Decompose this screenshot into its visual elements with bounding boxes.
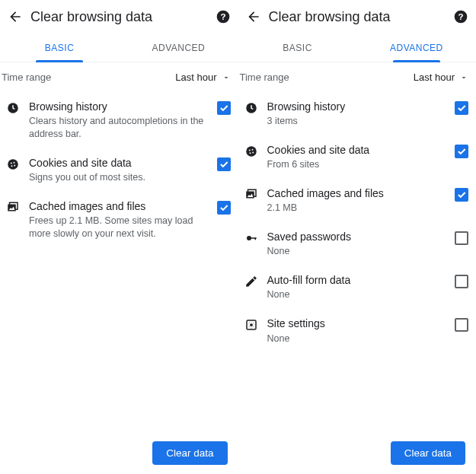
tab-basic[interactable]: BASIC	[238, 33, 357, 62]
item-subtitle: From 6 sites	[267, 158, 451, 171]
list-item: Cookies and site dataFrom 6 sites	[238, 135, 477, 179]
item-subtitle: 3 items	[267, 115, 451, 128]
cookie-icon	[2, 156, 24, 171]
time-range-value: Last hour	[175, 72, 216, 83]
item-title: Cookies and site data	[267, 143, 451, 157]
svg-point-24	[250, 323, 253, 326]
tabs: BASICADVANCED	[0, 33, 238, 62]
item-text: Cached images and filesFrees up 2.1 MB. …	[24, 199, 217, 240]
clear-data-button[interactable]: Clear data	[391, 441, 465, 465]
time-range-row: Time rangeLast hour	[238, 62, 477, 92]
item-text: Saved passwordsNone	[263, 230, 455, 258]
item-subtitle: None	[267, 332, 451, 345]
svg-text:?: ?	[220, 11, 225, 21]
svg-point-3	[8, 159, 18, 170]
checkbox[interactable]	[455, 231, 468, 245]
item-text: Auto-fill form dataNone	[263, 273, 455, 301]
header: Clear browsing data?	[0, 0, 238, 33]
checkbox[interactable]	[455, 318, 468, 332]
svg-point-14	[248, 150, 250, 151]
time-range-label: Time range	[2, 72, 175, 83]
item-text: Site settingsNone	[263, 317, 455, 345]
tab-advanced[interactable]: ADVANCED	[119, 33, 238, 62]
time-range-label: Time range	[240, 72, 414, 83]
item-title: Browsing history	[29, 100, 212, 113]
chevron-down-icon	[459, 73, 468, 82]
list-item: Browsing historyClears history and autoc…	[0, 92, 238, 148]
clock-icon	[2, 100, 24, 115]
time-range-row: Time rangeLast hour	[0, 62, 238, 92]
item-title: Browsing history	[267, 100, 451, 113]
time-range-select[interactable]: Last hour	[414, 72, 468, 83]
item-title: Auto-fill form data	[267, 273, 451, 287]
clock-icon	[240, 100, 263, 115]
help-icon[interactable]: ?	[214, 8, 232, 26]
gear-icon	[240, 317, 263, 332]
item-title: Saved passwords	[267, 230, 451, 243]
list-item: Auto-fill form dataNone	[238, 266, 477, 309]
item-text: Cached images and files2.1 MB	[263, 186, 455, 215]
item-title: Cached images and files	[29, 199, 212, 213]
page-title: Clear browsing data	[24, 9, 214, 25]
svg-point-13	[246, 146, 257, 157]
list-item: Site settingsNone	[238, 309, 477, 352]
chevron-down-icon	[222, 73, 231, 82]
checkbox[interactable]	[217, 101, 231, 115]
svg-point-20	[247, 236, 251, 240]
item-title: Cookies and site data	[29, 156, 212, 170]
checkbox[interactable]	[217, 201, 231, 215]
svg-point-4	[11, 162, 12, 164]
clear-data-button[interactable]: Clear data	[152, 441, 227, 465]
list-item: Cookies and site dataSigns you out of mo…	[0, 148, 238, 192]
pane: Clear browsing data?BASICADVANCEDTime ra…	[238, 0, 477, 474]
item-subtitle: Clears history and autocompletions in th…	[29, 115, 212, 141]
footer: Clear data	[152, 441, 227, 465]
time-range-value: Last hour	[414, 72, 455, 83]
item-title: Cached images and files	[267, 186, 451, 200]
cookie-icon	[240, 143, 263, 158]
key-icon	[240, 230, 263, 245]
pane: Clear browsing data?BASICADVANCEDTime ra…	[0, 0, 238, 474]
image-icon	[240, 186, 263, 202]
time-range-select[interactable]: Last hour	[175, 72, 230, 83]
checkbox[interactable]	[455, 145, 468, 158]
tabs: BASICADVANCED	[238, 33, 477, 62]
list-item: Browsing history3 items	[238, 92, 477, 135]
item-text: Cookies and site dataSigns you out of mo…	[24, 156, 217, 184]
svg-point-5	[14, 162, 15, 164]
list-item: Saved passwordsNone	[238, 222, 477, 266]
item-subtitle: None	[267, 245, 451, 258]
tab-basic[interactable]: BASIC	[0, 33, 119, 62]
list-item: Cached images and filesFrees up 2.1 MB. …	[0, 192, 238, 248]
svg-rect-22	[254, 237, 256, 240]
svg-point-7	[14, 164, 15, 166]
item-text: Browsing historyClears history and autoc…	[24, 100, 217, 141]
svg-point-17	[252, 152, 254, 154]
item-text: Browsing history3 items	[263, 100, 455, 128]
svg-point-15	[251, 149, 253, 151]
footer: Clear data	[391, 441, 465, 465]
item-title: Site settings	[267, 317, 451, 330]
list-item: Cached images and files2.1 MB	[238, 179, 477, 222]
item-subtitle: Frees up 2.1 MB. Some sites may load mor…	[29, 215, 212, 240]
item-subtitle: 2.1 MB	[267, 202, 451, 215]
page-title: Clear browsing data	[263, 9, 452, 25]
help-icon[interactable]: ?	[452, 8, 470, 26]
checkbox[interactable]	[455, 188, 468, 202]
item-text: Cookies and site dataFrom 6 sites	[263, 143, 455, 171]
pencil-icon	[240, 273, 263, 288]
checkbox[interactable]	[217, 157, 231, 171]
header: Clear browsing data?	[238, 0, 477, 33]
arrow-back-icon[interactable]	[244, 8, 263, 26]
item-subtitle: Signs you out of most sites.	[29, 171, 212, 184]
tab-advanced[interactable]: ADVANCED	[357, 33, 476, 62]
image-icon	[2, 199, 24, 215]
checkbox[interactable]	[455, 101, 468, 115]
options-list: Browsing historyClears history and autoc…	[0, 92, 238, 474]
item-subtitle: None	[267, 288, 451, 301]
svg-point-16	[249, 152, 251, 154]
svg-text:?: ?	[458, 11, 463, 21]
svg-point-6	[11, 165, 13, 167]
checkbox[interactable]	[455, 275, 468, 288]
arrow-back-icon[interactable]	[6, 8, 24, 26]
